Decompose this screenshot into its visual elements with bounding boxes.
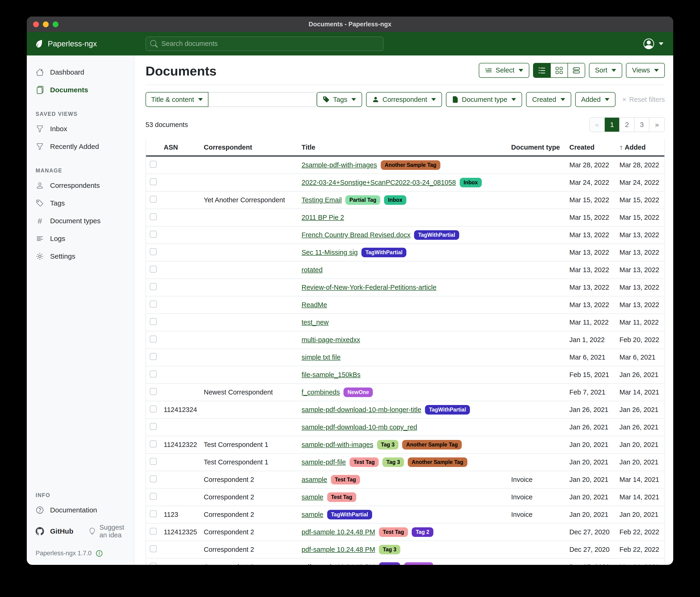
sidebar-item-logs[interactable]: Logs <box>27 230 134 247</box>
document-title-link[interactable]: sample <box>302 511 323 519</box>
user-menu[interactable] <box>644 39 664 49</box>
tag-badge[interactable]: Tag 3 <box>377 440 398 450</box>
search-input[interactable] <box>161 40 379 48</box>
row-checkbox[interactable] <box>150 563 157 565</box>
row-checkbox[interactable] <box>150 231 157 238</box>
tag-badge[interactable]: Another Sample Tag <box>408 457 467 467</box>
column-header-asn[interactable]: ASN <box>161 144 201 151</box>
row-correspondent[interactable]: Yet Another Correspondent <box>201 196 299 204</box>
row-checkbox[interactable] <box>150 318 157 325</box>
row-checkbox[interactable] <box>150 196 157 203</box>
document-title-link[interactable]: French Country Bread Revised.docx <box>302 231 410 239</box>
zoom-window-button[interactable] <box>53 21 58 27</box>
pagination-page-2[interactable]: 2 <box>620 118 634 132</box>
row-correspondent[interactable]: Correspondent 2 <box>201 493 299 501</box>
row-checkbox[interactable] <box>150 528 157 535</box>
sidebar-item-documentation[interactable]: Documentation <box>27 501 134 519</box>
row-correspondent[interactable]: Correspondent 2 <box>201 546 299 553</box>
select-dropdown-button[interactable]: Select <box>479 63 529 78</box>
document-title-link[interactable]: multi-page-mixedxx <box>302 336 360 344</box>
sidebar-item-documents[interactable]: Documents <box>27 81 134 99</box>
tag-badge[interactable]: Inbox <box>460 178 482 187</box>
row-checkbox[interactable] <box>150 266 157 272</box>
tag-badge[interactable]: Tag 2 <box>412 527 433 537</box>
tag-badge[interactable]: TagWithPartial <box>327 510 372 519</box>
row-checkbox[interactable] <box>150 371 157 378</box>
document-title-link[interactable]: sample <box>302 493 323 501</box>
row-checkbox[interactable] <box>150 248 157 255</box>
sidebar-item-inbox[interactable]: Inbox <box>27 120 134 138</box>
document-title-link[interactable]: pdf-sample 10.24.48 PM <box>302 528 375 536</box>
row-checkbox[interactable] <box>150 440 157 447</box>
added-filter-button[interactable]: Added <box>575 92 616 107</box>
document-title-link[interactable]: pdf-sample 10.24.48 PM <box>302 563 375 565</box>
row-checkbox[interactable] <box>150 545 157 552</box>
row-checkbox[interactable] <box>150 336 157 342</box>
column-header-title[interactable]: Title <box>299 144 508 151</box>
sidebar-item-dashboard[interactable]: Dashboard <box>27 63 134 81</box>
document-title-link[interactable]: sample-pdf-file <box>302 458 346 466</box>
document-title-link[interactable]: ReadMe <box>302 301 327 309</box>
tag-badge[interactable]: NewOne <box>404 562 433 565</box>
tag-badge[interactable]: Tag 2 <box>379 562 400 565</box>
close-window-button[interactable] <box>33 21 39 27</box>
tag-badge[interactable]: Another Sample Tag <box>381 160 440 170</box>
tag-badge[interactable]: Test Tag <box>379 527 408 537</box>
row-checkbox[interactable] <box>150 353 157 360</box>
row-correspondent[interactable]: Test Correspondent 1 <box>201 458 299 466</box>
filter-query-input[interactable] <box>208 92 317 107</box>
document-title-link[interactable]: asample <box>302 476 327 483</box>
tag-badge[interactable]: Tag 3 <box>379 545 400 554</box>
document-title-link[interactable]: Sec 11-Missing sig <box>302 248 358 256</box>
tag-badge[interactable]: Test Tag <box>350 457 379 467</box>
views-dropdown-button[interactable]: Views <box>626 63 665 78</box>
tag-badge[interactable]: TagWithPartial <box>425 405 470 414</box>
tag-badge[interactable]: Test Tag <box>331 475 360 484</box>
tag-badge[interactable]: Test Tag <box>327 493 356 502</box>
row-correspondent[interactable]: Newest Correspondent <box>201 388 299 396</box>
tag-badge[interactable]: Partial Tag <box>345 195 380 205</box>
document-title-link[interactable]: Testing Email <box>302 196 342 204</box>
minimize-window-button[interactable] <box>43 21 49 27</box>
brand-link[interactable]: Paperless-ngx <box>27 39 134 48</box>
tag-badge[interactable]: TagWithPartial <box>361 248 406 257</box>
list-view-button[interactable] <box>533 63 551 77</box>
document-title-link[interactable]: 2011 BP Pie 2 <box>302 214 344 221</box>
row-correspondent[interactable]: Test Correspondent 1 <box>201 441 299 449</box>
sidebar-item-document-types[interactable]: # Document types <box>27 212 134 230</box>
column-header-document-type[interactable]: Document type <box>508 144 567 151</box>
document-title-link[interactable]: simple txt file <box>302 354 341 361</box>
document-title-link[interactable]: Review-of-New-York-Federal-Petitions-art… <box>302 284 436 291</box>
tags-filter-button[interactable]: Tags <box>317 92 362 107</box>
tag-badge[interactable]: Another Sample Tag <box>402 440 462 450</box>
column-header-added[interactable]: ↑Added <box>617 144 665 151</box>
document-title-link[interactable]: sample-pdf-with-images <box>302 441 373 449</box>
document-title-link[interactable]: test_new <box>302 318 329 326</box>
document-title-link[interactable]: 2022-03-24+Sonstige+ScanPC2022-03-24_081… <box>302 179 456 186</box>
sidebar-item-tags[interactable]: Tags <box>27 194 134 212</box>
pagination-page-1[interactable]: 1 <box>605 118 620 132</box>
row-correspondent[interactable]: Correspondent 2 <box>201 476 299 483</box>
row-document-type[interactable]: Invoice <box>508 511 567 519</box>
grid-view-button[interactable] <box>551 63 568 77</box>
sidebar-item-settings[interactable]: Settings <box>27 247 134 265</box>
document-title-link[interactable]: 2sample-pdf-with-images <box>302 161 377 169</box>
sidebar-item-recently-added[interactable]: Recently Added <box>27 138 134 156</box>
row-correspondent[interactable]: Correspondent 2 <box>201 563 299 565</box>
sidebar-item-correspondents[interactable]: Correspondents <box>27 176 134 194</box>
row-document-type[interactable]: Invoice <box>508 493 567 501</box>
row-correspondent[interactable]: Correspondent 2 <box>201 528 299 536</box>
row-checkbox[interactable] <box>150 493 157 500</box>
row-checkbox[interactable] <box>150 405 157 412</box>
detail-view-button[interactable] <box>568 63 585 77</box>
row-correspondent[interactable]: Correspondent 2 <box>201 511 299 519</box>
row-checkbox[interactable] <box>150 510 157 517</box>
document-title-link[interactable]: pdf-sample 10.24.48 PM <box>302 546 375 553</box>
pagination-next-button[interactable]: » <box>649 118 665 132</box>
tag-badge[interactable]: TagWithPartial <box>414 230 459 240</box>
row-checkbox[interactable] <box>150 423 157 430</box>
document-title-link[interactable]: sample-pdf-download-10-mb copy_red <box>302 423 417 431</box>
sidebar-item-github[interactable]: GitHub <box>50 527 73 535</box>
document-type-filter-button[interactable]: Document type <box>446 92 522 107</box>
row-document-type[interactable]: Invoice <box>508 476 567 483</box>
